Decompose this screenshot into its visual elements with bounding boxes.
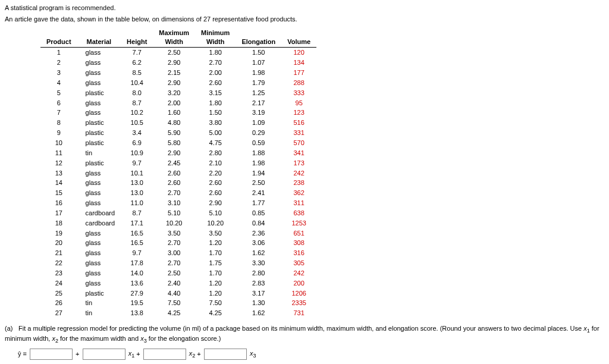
coef-x1-input[interactable]: [83, 349, 125, 360]
table-row: 3glass8.52.152.001.98177: [40, 68, 316, 78]
table-row: 19glass16.53.503.502.36651: [40, 228, 316, 239]
col-max-width: Maximum Width: [153, 27, 195, 48]
table-row: 27tin13.84.254.251.62731: [40, 308, 316, 318]
data-table: Product Material Height Maximum Width Mi…: [40, 27, 316, 318]
coef-x2-input[interactable]: [143, 349, 186, 360]
coef-x3-input[interactable]: [204, 349, 247, 360]
table-row: 16glass11.03.102.901.77311: [40, 198, 316, 208]
table-row: 23glass14.02.501.702.80242: [40, 268, 316, 278]
table-row: 6glass8.72.001.802.1795: [40, 98, 316, 108]
col-material: Material: [77, 27, 121, 48]
table-row: 26tin19.57.507.501.302335: [40, 298, 316, 308]
col-height: Height: [121, 27, 153, 48]
intro-line-2: An article gave the data, shown in the t…: [5, 15, 604, 24]
table-row: 14glass13.02.602.602.50238: [40, 178, 316, 188]
table-row: 9plastic3.45.905.000.29331: [40, 128, 316, 138]
col-min-width: Minimum Width: [195, 27, 236, 48]
question-a: (a) Fit a multiple regression model for …: [5, 324, 604, 345]
intercept-input[interactable]: [30, 349, 73, 360]
qa-text-1: Fit a multiple regression model for pred…: [18, 325, 583, 332]
table-row: 10plastic6.95.804.750.59570: [40, 138, 316, 148]
table-row: 21glass9.73.001.701.62316: [40, 248, 316, 258]
table-row: 7glass10.21.601.503.19123: [40, 108, 316, 118]
table-row: 11tin10.92.902.801.88341: [40, 148, 316, 158]
table-row: 1glass7.72.501.801.50120: [40, 48, 316, 58]
col-volume: Volume: [281, 27, 316, 48]
y-hat: ŷ =: [18, 350, 27, 357]
regression-equation: ŷ = + x1 + x2 + x3: [18, 349, 604, 360]
table-row: 15glass13.02.702.602.41362: [40, 188, 316, 198]
col-elongation: Elongation: [236, 27, 281, 48]
table-row: 20glass16.52.701.203.06308: [40, 238, 316, 248]
table-row: 12plastic9.72.452.101.98173: [40, 158, 316, 168]
table-row: 13glass10.12.602.201.94242: [40, 168, 316, 178]
col-product: Product: [40, 27, 77, 48]
intro-line-1: A statistical program is recommended.: [5, 4, 604, 12]
table-row: 8plastic10.54.803.801.09516: [40, 118, 316, 128]
table-row: 24glass13.62.401.202.83200: [40, 278, 316, 288]
table-row: 18cardboard17.110.2010.200.841253: [40, 218, 316, 228]
qa-label: (a): [5, 324, 17, 333]
table-row: 25plastic27.94.401.203.171206: [40, 288, 316, 299]
table-row: 2glass6.22.902.701.07134: [40, 58, 316, 68]
table-row: 4glass10.42.902.601.79288: [40, 78, 316, 88]
table-row: 5plastic8.03.203.151.25333: [40, 88, 316, 98]
table-row: 17cardboard8.75.105.100.85638: [40, 208, 316, 218]
table-row: 22glass17.82.701.753.30305: [40, 258, 316, 268]
